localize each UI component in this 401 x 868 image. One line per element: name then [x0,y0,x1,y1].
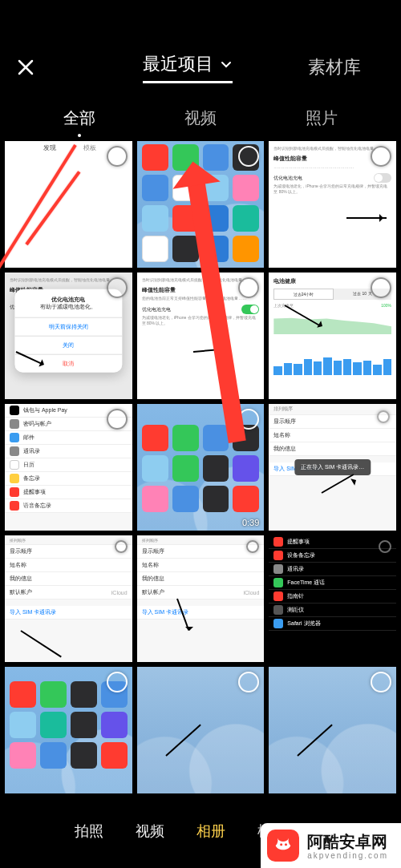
filter-tabs: 全部 视频 照片 [0,99,401,136]
close-icon [16,58,35,77]
media-item[interactable]: 提醒事项 设备备忘录 通讯录 FaceTime 通话 指南针 测距仪 Safar… [269,535,396,662]
select-ring[interactable] [371,277,391,298]
select-ring[interactable] [379,540,391,553]
library-tab[interactable]: 素材库 [308,55,398,79]
mode-album[interactable]: 相册 [196,822,225,841]
tab-video[interactable]: 视频 [183,104,218,132]
select-ring[interactable] [107,409,128,430]
mode-camera[interactable]: 拍照 [75,822,103,841]
media-item[interactable] [137,667,265,793]
tab-photo[interactable]: 照片 [304,104,339,132]
media-item[interactable]: 电池健康 过去24小时过去 10 天 上次充电至100% [269,273,396,399]
media-item[interactable]: 当时识别到新电池充电模式后提醒，智能地优化电池电量。 峰值性能容量 您的电池当前… [137,273,265,399]
media-item[interactable]: 钱包与 Apple Pay 密码与帐户 邮件 通讯录 日历 备忘录 提醒事项 语… [5,404,132,531]
watermark-name: 阿酷安卓网 [307,831,388,853]
media-item[interactable]: 发现 模板 [5,141,132,268]
watermark: 阿酷安卓网 akpvending.com [261,823,401,868]
svg-point-1 [285,843,287,846]
media-item[interactable]: 0:39 [137,404,265,531]
media-item[interactable]: 当时识别到新电池充电模式后提醒，智能地优化电池电量。 峰值性能容量 优化 优化电… [5,273,132,399]
album-title: 最近项目 [143,52,213,76]
watermark-domain: akpvending.com [307,851,388,860]
select-ring[interactable] [377,410,390,423]
select-ring[interactable] [371,146,391,167]
media-item[interactable]: 排列顺序 显示顺序 短名称 我的信息 导入 SIM 卡通讯录 正在导入 SIM … [269,404,396,531]
mode-video[interactable]: 视频 [136,822,164,841]
media-item[interactable] [5,667,132,793]
media-item[interactable]: 当时识别到新电池充电模式后提醒，智能地优化电池电量。 峰值性能容量 ………………… [269,141,396,268]
svg-point-0 [280,843,282,846]
tab-all[interactable]: 全部 [62,104,97,132]
video-duration: 0:39 [242,518,259,527]
media-item[interactable] [269,667,396,793]
select-ring[interactable] [107,672,128,692]
select-ring[interactable] [107,146,128,167]
select-ring[interactable] [371,672,391,692]
media-item[interactable]: 排列顺序 显示顺序 短名称 我的信息 默认帐户iCloud 导入 SIM 卡通讯… [137,535,265,662]
select-ring[interactable] [107,277,128,298]
chevron-down-icon [220,58,233,71]
select-ring[interactable] [115,540,128,553]
media-item[interactable]: 排列顺序 显示顺序 短名称 我的信息 默认帐户iCloud 导入 SIM 卡通讯… [5,535,132,662]
close-button[interactable] [3,45,48,90]
toast: 正在导入 SIM 卡通讯录… [294,459,371,475]
album-dropdown[interactable]: 最近项目 [143,52,233,83]
watermark-logo [267,830,299,862]
